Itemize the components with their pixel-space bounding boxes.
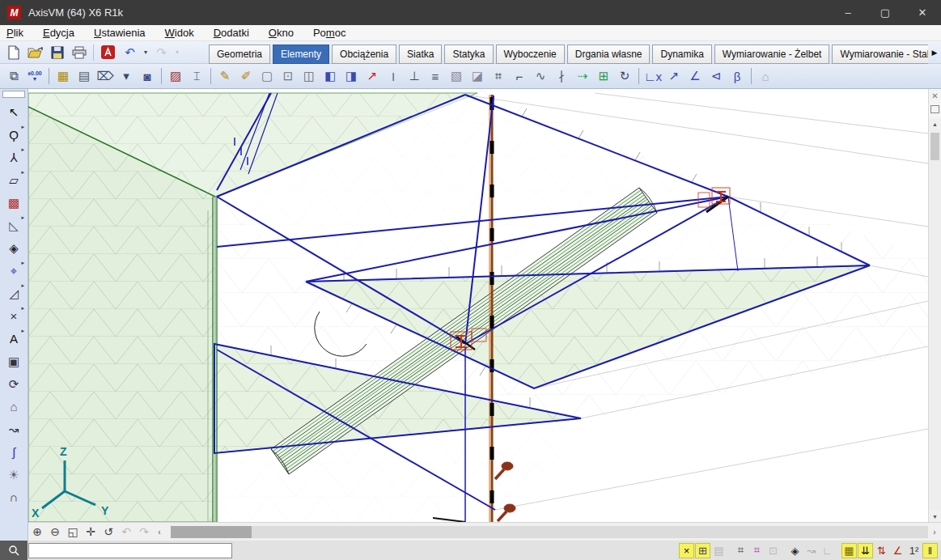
local-beta-button[interactable]: β	[727, 66, 748, 87]
stories-toggle[interactable]: ▤	[711, 543, 727, 558]
stiffener-button[interactable]: I	[383, 66, 404, 87]
texture-view-toggle[interactable]: ⊡	[765, 543, 781, 558]
domain-3d-button[interactable]: ◫	[299, 66, 320, 87]
break-lines-button[interactable]: ×	[3, 306, 24, 326]
local-x-button[interactable]: ∟x	[642, 66, 663, 87]
dimension-lines-button[interactable]: ◿	[3, 283, 24, 303]
support-display-toggle[interactable]: ⇅	[874, 543, 889, 558]
associated-objects-toggle[interactable]: ↝	[803, 543, 819, 558]
menu-ustawienia[interactable]: Ustawienia	[94, 27, 146, 39]
menu-pomoc[interactable]: Pomoc	[313, 27, 345, 39]
scroll-down-button[interactable]: ▼	[929, 511, 941, 522]
spring-button[interactable]: ∿	[530, 66, 551, 87]
section-line-button[interactable]: ∫	[3, 442, 24, 462]
draw-object-button[interactable]: ✐	[235, 66, 256, 87]
cross-section-table-button[interactable]: ⌶	[186, 66, 207, 87]
redo-button[interactable]: ↷	[151, 43, 172, 62]
local-reference-button[interactable]: ⊲	[706, 66, 727, 87]
domain-hole-button[interactable]: ⊡	[278, 66, 299, 87]
tab-dynamika[interactable]: Dynamika	[652, 45, 711, 64]
section-display-toggle[interactable]: ‖	[922, 543, 938, 558]
tab-wymiarowanie-stal[interactable]: Wymiarowanie - Stal	[832, 45, 928, 64]
mesh-display-toggle[interactable]: ▦	[841, 543, 857, 558]
undo-button[interactable]: ↶	[120, 43, 140, 62]
tab-geometria[interactable]: Geometria	[209, 45, 270, 64]
frame-button[interactable]: ⌗	[488, 66, 509, 87]
save-button[interactable]	[47, 43, 67, 62]
material-table-button[interactable]: ▨	[165, 66, 186, 87]
menu-okno[interactable]: Okno	[269, 27, 294, 39]
close-button[interactable]: ✕	[904, 0, 941, 25]
print-button[interactable]	[69, 43, 89, 62]
zoom-tool-button[interactable]: Ϙ	[3, 125, 24, 145]
tab-elementy[interactable]: Elementy	[273, 45, 329, 64]
pan-button[interactable]: ✛	[82, 524, 100, 540]
redo-view-button[interactable]: ↷	[135, 524, 153, 540]
left-toolbar-handle[interactable]	[2, 91, 25, 98]
local-arrow-button[interactable]: ↗	[663, 66, 685, 87]
horizontal-scroll-thumb[interactable]	[171, 526, 252, 538]
auto-intersect-toggle[interactable]: ×	[679, 543, 694, 558]
eraser-button[interactable]: ⌦	[95, 66, 116, 87]
open-button[interactable]	[25, 43, 45, 62]
search-button[interactable]	[0, 541, 28, 560]
menu-plik[interactable]: Plik	[6, 27, 23, 39]
tab-wyboczenie[interactable]: Wyboczenie	[496, 45, 565, 64]
zoom-in-button[interactable]: ⊕	[28, 524, 46, 540]
surface-support-button[interactable]: ▧	[446, 66, 467, 87]
command-search-input[interactable]	[28, 543, 232, 558]
numbering-toggle[interactable]: 1²	[906, 543, 922, 558]
collapse-toolbar-button[interactable]: ‹	[153, 528, 166, 537]
guidelines-button[interactable]: ⌖	[3, 261, 24, 281]
gap-element-button[interactable]: ∤	[551, 66, 572, 87]
geometric-transform-button[interactable]: ◺	[3, 215, 24, 235]
scroll-right-button[interactable]: ›	[928, 528, 941, 537]
local-systems-toggle[interactable]: ∠	[890, 543, 905, 558]
tab-scroll-right-button[interactable]: ▶	[928, 44, 941, 62]
menu-dodatki[interactable]: Dodatki	[214, 27, 249, 39]
report-maker-button[interactable]: ▤	[74, 66, 95, 87]
tables-button[interactable]: ▦	[53, 66, 74, 87]
rigid-element-button[interactable]: ⌐	[509, 66, 530, 87]
model-viewport[interactable]: Z X Y	[28, 89, 928, 522]
undo-caret-button[interactable]: ▾	[142, 49, 150, 56]
elevation-level-button[interactable]: ±0.00 ▼	[24, 66, 45, 87]
tab-drgania-wlasne[interactable]: Drgania własne	[567, 45, 651, 64]
eraser-caret-button[interactable]: ▾	[116, 66, 137, 87]
new-button[interactable]	[3, 43, 23, 62]
scroll-up-button[interactable]: ▲	[929, 118, 941, 129]
domain-button[interactable]: ▢	[256, 66, 278, 87]
parts-button[interactable]: ▣	[3, 351, 24, 371]
edge-hinge-button[interactable]: ◪	[467, 66, 488, 87]
maximize-button[interactable]: ▢	[867, 0, 904, 25]
menu-widok[interactable]: Widok	[165, 27, 194, 39]
tab-wymiarowanie-zelbet[interactable]: Wymiarowanie - Żelbet	[714, 45, 830, 64]
tab-statyka[interactable]: Statyka	[444, 45, 493, 64]
perspective-button[interactable]: ⌂	[3, 397, 24, 417]
render-light-button[interactable]: ☀	[3, 465, 24, 485]
layers-button[interactable]: ⧉	[3, 66, 24, 87]
domain-contour-button[interactable]: ◧	[320, 66, 341, 87]
nodal-support-button[interactable]: ⊥	[404, 66, 425, 87]
bridge-arch-button[interactable]: ∩	[3, 487, 24, 507]
model-canvas[interactable]: Z X Y	[28, 89, 928, 522]
redo-caret-button[interactable]: ▾	[173, 49, 181, 56]
zoom-out-button[interactable]: ⊖	[46, 524, 64, 540]
horizontal-scrollbar[interactable]	[252, 526, 928, 538]
close-view-button[interactable]: ✕	[929, 89, 941, 102]
move-copy-button[interactable]: ◈	[3, 238, 24, 258]
rendered-view-toggle[interactable]: ⌗	[749, 543, 765, 558]
display-symbols-toggle[interactable]: ◈	[787, 543, 803, 558]
views-tool-button[interactable]: ⅄	[3, 147, 24, 168]
mesh-button[interactable]: ⊞	[593, 66, 614, 87]
zoom-fit-button[interactable]: ◱	[64, 524, 82, 540]
vertical-scroll-thumb[interactable]	[930, 133, 939, 160]
minimize-button[interactable]: –	[829, 0, 867, 25]
restore-view-button[interactable]	[930, 105, 939, 113]
draw-direct-button[interactable]: ✎	[214, 66, 235, 87]
building-button[interactable]: ⌂	[755, 66, 776, 87]
domain-complex-button[interactable]: ◨	[341, 66, 362, 87]
node-rotate-button[interactable]: ↻	[614, 66, 635, 87]
vertical-scrollbar[interactable]	[929, 129, 941, 511]
text-annotation-button[interactable]: A	[3, 329, 24, 349]
